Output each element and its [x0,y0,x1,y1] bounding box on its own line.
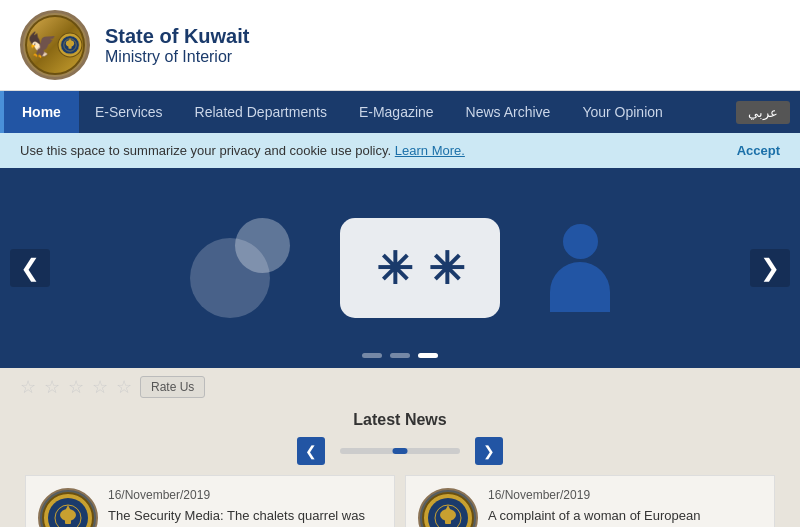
nav-item-emagazine[interactable]: E-Magazine [343,91,450,133]
slider-right-arrow[interactable]: ❯ [750,249,790,287]
slide-person [550,224,610,312]
nav-item-eservices[interactable]: E-Services [79,91,179,133]
cookie-text: Use this space to summarize your privacy… [20,143,465,158]
nav-item-your-opinion[interactable]: Your Opinion [566,91,678,133]
latest-news-title: Latest News [0,411,800,429]
news-logo-svg-2: KUWAIT [421,491,475,527]
svg-text:KUWAIT: KUWAIT [66,52,75,54]
hero-slider: ❮ ✳ ✳ ❯ [0,168,800,368]
navbar: Home E-Services Related Departments E-Ma… [0,91,800,133]
person-head [563,224,598,259]
news-content-2: 16/November/2019 A complaint of a woman … [488,488,762,527]
dot-2[interactable] [390,353,410,358]
news-navigation: ❮ ❯ [0,437,800,465]
header-text: State of Kuwait Ministry of Interior [105,25,249,66]
org-title: State of Kuwait [105,25,249,48]
star-4[interactable]: ☆ [92,376,108,398]
learn-more-link[interactable]: Learn More. [395,143,465,158]
svg-rect-19 [445,519,451,524]
rate-us-button[interactable]: Rate Us [140,376,205,398]
star-5[interactable]: ☆ [116,376,132,398]
latest-news-section: Latest News ❮ ❯ KUWAIT [0,406,800,527]
slider-content: ✳ ✳ [0,218,800,318]
news-prev-button[interactable]: ❮ [297,437,325,465]
accept-button[interactable]: Accept [737,143,780,158]
svg-rect-5 [68,46,71,49]
news-progress-track [340,448,460,454]
news-logo-2: KUWAIT [418,488,478,527]
nav-item-related-departments[interactable]: Related Departments [179,91,343,133]
news-date-2: 16/November/2019 [488,488,762,502]
dot-1[interactable] [362,353,382,358]
slide-card-active: ✳ ✳ [340,218,500,318]
star-3[interactable]: ☆ [68,376,84,398]
news-date-1: 16/November/2019 [108,488,382,502]
circle-medium [235,218,290,273]
asterisk-left: ✳ [376,243,413,294]
news-card-2: KUWAIT 16/November/2019 A complaint of a… [405,475,775,527]
slider-dots [362,353,438,358]
news-text-1: The Security Media: The chalets quarrel … [108,507,382,527]
dot-3[interactable] [418,353,438,358]
news-cards-container: KUWAIT 16/November/2019 The Security Med… [0,475,800,527]
nav-item-home[interactable]: Home [0,91,79,133]
news-logo-svg-1: KUWAIT [41,491,95,527]
news-content-1: 16/November/2019 The Security Media: The… [108,488,382,527]
slider-left-arrow[interactable]: ❮ [10,249,50,287]
nav-item-news-archive[interactable]: News Archive [450,91,567,133]
logo-emblem: KUWAIT [25,15,85,75]
person-body [550,262,610,312]
news-progress-fill [393,448,408,454]
logo: KUWAIT [20,10,90,80]
logo-svg: KUWAIT [57,20,83,70]
slide-element-1 [190,218,290,318]
cookie-banner: Use this space to summarize your privacy… [0,133,800,168]
svg-rect-12 [65,519,71,524]
news-next-button[interactable]: ❯ [475,437,503,465]
star-1[interactable]: ☆ [20,376,36,398]
star-2[interactable]: ☆ [44,376,60,398]
news-logo-1: KUWAIT [38,488,98,527]
news-card-1: KUWAIT 16/November/2019 The Security Med… [25,475,395,527]
header: KUWAIT State of Kuwait Ministry of Inter… [0,0,800,91]
arabic-button[interactable]: عربي [736,101,790,124]
news-text-2: A complaint of a woman of European natio… [488,507,762,527]
rating-bar: ☆ ☆ ☆ ☆ ☆ Rate Us [0,368,800,406]
asterisk-right: ✳ [428,243,465,294]
org-subtitle: Ministry of Interior [105,48,249,66]
